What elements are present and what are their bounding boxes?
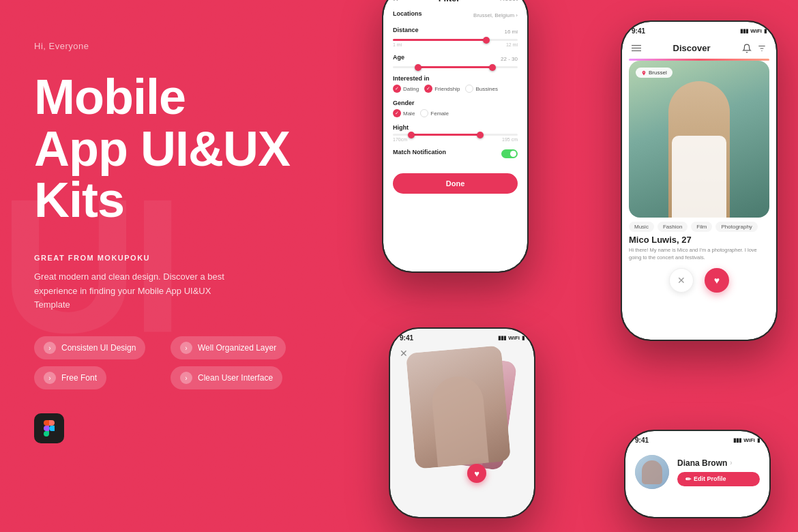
filter-label-distance: Distance	[393, 27, 419, 33]
filter-label-interested: Interested in	[393, 75, 518, 82]
gender-options: ✓ Male Female	[393, 109, 518, 117]
filter-value-age: 22 - 30	[501, 56, 518, 62]
profile-info: Diana Brown › ✏ Edit Profile	[677, 458, 760, 486]
distance-min: 1 mi	[393, 42, 402, 47]
phone-photos: 9:41 ▮▮▮ WiFi ▮ ✕	[389, 327, 535, 518]
label-female: Female	[430, 110, 449, 117]
label-business: Bussines	[475, 86, 497, 92]
filter-row-gender: Gender ✓ Male Female	[393, 100, 518, 117]
bell-icon[interactable]	[742, 44, 752, 53]
filter-body: Locations Brussel, Belgium › Distance 16…	[383, 8, 527, 168]
feature-badge-4: › Clean User Interface	[171, 366, 282, 389]
battery-icon-profile: ▮	[757, 437, 760, 443]
phones-area: × Filter Reset Locations Brussel, Belgiu…	[321, 0, 798, 532]
check-dating: ✓	[393, 85, 401, 93]
edit-icon: ✏	[685, 475, 691, 483]
filter-label-notification: Match Notification	[393, 149, 446, 156]
title-line1: Mobile	[34, 70, 186, 124]
filter-reset-button[interactable]: Reset	[500, 0, 518, 2]
description-text: Great modern and clean design. Discover …	[34, 270, 225, 312]
pin-icon	[641, 70, 647, 76]
slider-thumb-distance[interactable]	[483, 37, 490, 44]
arrow-icon-1: ›	[44, 342, 56, 354]
avatar-face	[642, 460, 662, 484]
figma-icon	[41, 420, 57, 437]
filter-label-gender: Gender	[393, 100, 518, 106]
interested-options: ✓ Dating ✓ Friendship Bussines	[393, 85, 518, 93]
label-friendship: Friendship	[434, 86, 460, 92]
feature-badge-2: › Well Organized Layer	[171, 336, 286, 359]
hamburger-icon[interactable]	[632, 45, 641, 52]
left-panel: Hi, Everyone Mobile App UI&UX Kits GREAT…	[0, 0, 334, 532]
filter-value-distance: 16 mi	[504, 29, 518, 35]
option-female[interactable]: Female	[420, 109, 449, 117]
figma-badge[interactable]	[34, 413, 64, 443]
location-text: Brussel	[649, 70, 667, 76]
status-icons-discover: ▮▮▮ WiFi ▮	[740, 28, 767, 34]
avatar-bg	[635, 455, 669, 489]
discover-title: Discover	[673, 43, 711, 53]
profile-status-bar: 9:41 ▮▮▮ WiFi ▮	[625, 431, 769, 447]
tag-music: Music	[629, 222, 654, 232]
dislike-button[interactable]: ✕	[669, 268, 694, 293]
wifi-icon: WiFi	[750, 28, 762, 34]
slider-fill-age	[418, 66, 493, 68]
done-button[interactable]: Done	[393, 173, 518, 194]
slider-thumb-height-min[interactable]	[408, 132, 415, 138]
like-button[interactable]: ♥	[705, 268, 729, 293]
slider-thumb-height-max[interactable]	[477, 132, 484, 138]
option-business[interactable]: Bussines	[465, 85, 497, 93]
heart-badge: ♥	[467, 464, 486, 483]
age-slider[interactable]	[393, 66, 518, 68]
battery-icon: ▮	[764, 28, 767, 34]
profile-avatar	[635, 455, 669, 489]
tag-film: Film	[691, 222, 712, 232]
label-dating: Dating	[403, 86, 419, 92]
greeting-text: Hi, Everyone	[34, 41, 300, 51]
slider-thumb-age-max[interactable]	[489, 64, 496, 71]
match-notification-toggle[interactable]	[501, 149, 518, 158]
photo-front	[406, 345, 511, 469]
check-male: ✓	[393, 109, 401, 117]
slider-thumb-age-min[interactable]	[415, 64, 422, 71]
signal-icon-profile: ▮▮▮	[733, 437, 741, 443]
feature-badge-3: › Free Font	[34, 366, 106, 389]
edit-profile-button[interactable]: ✏ Edit Profile	[677, 472, 760, 486]
filter-title: Filter	[439, 0, 460, 3]
phone-discover: 9:41 ▮▮▮ WiFi ▮ Discover	[621, 20, 778, 341]
profile-content: Diana Brown › ✏ Edit Profile	[625, 447, 769, 497]
slider-labels-distance: 1 mi 12 mi	[393, 42, 518, 47]
option-friendship[interactable]: ✓ Friendship	[424, 85, 460, 93]
phone-profile: 9:41 ▮▮▮ WiFi ▮ Diana Brown ›	[624, 430, 771, 518]
wifi-icon-profile: WiFi	[743, 437, 755, 443]
person-bio: Hi there! My name is Mico and I'm a phot…	[622, 247, 776, 261]
slider-fill-distance	[393, 39, 486, 41]
profile-card-image: Brussel	[629, 61, 769, 218]
filter-icon[interactable]	[757, 44, 767, 53]
check-friendship: ✓	[424, 85, 432, 93]
phone-filter: × Filter Reset Locations Brussel, Belgiu…	[382, 0, 529, 273]
option-dating[interactable]: ✓ Dating	[393, 85, 419, 93]
status-icons-photos: ▮▮▮ WiFi ▮	[498, 335, 524, 341]
distance-slider[interactable]	[393, 39, 518, 41]
shirt	[672, 136, 726, 218]
check-business	[465, 85, 473, 93]
height-slider[interactable]	[393, 134, 518, 136]
filter-close-icon[interactable]: ×	[393, 0, 398, 3]
filter-label-locations: Locations	[393, 10, 422, 17]
edit-profile-label: Edit Profile	[694, 475, 726, 482]
feature-label-2: Well Organized Layer	[198, 343, 276, 353]
feature-badge-1: › Consisten UI Design	[34, 336, 145, 359]
signal-icon: ▮▮▮	[740, 28, 748, 34]
tag-photography: Photography	[715, 222, 757, 232]
features-grid: › Consisten UI Design › Well Organized L…	[34, 336, 300, 389]
discover-time: 9:41	[632, 27, 645, 35]
discover-status-bar: 9:41 ▮▮▮ WiFi ▮	[622, 22, 776, 38]
filter-row-age: Age 22 - 30	[393, 54, 518, 68]
option-male[interactable]: ✓ Male	[393, 109, 415, 117]
photo-stack: ♥	[404, 342, 520, 503]
filter-header: × Filter Reset	[383, 0, 527, 8]
profile-name-text: Diana Brown	[677, 458, 727, 468]
profile-screen: 9:41 ▮▮▮ WiFi ▮ Diana Brown ›	[625, 431, 769, 517]
arrow-icon-3: ›	[44, 372, 56, 384]
